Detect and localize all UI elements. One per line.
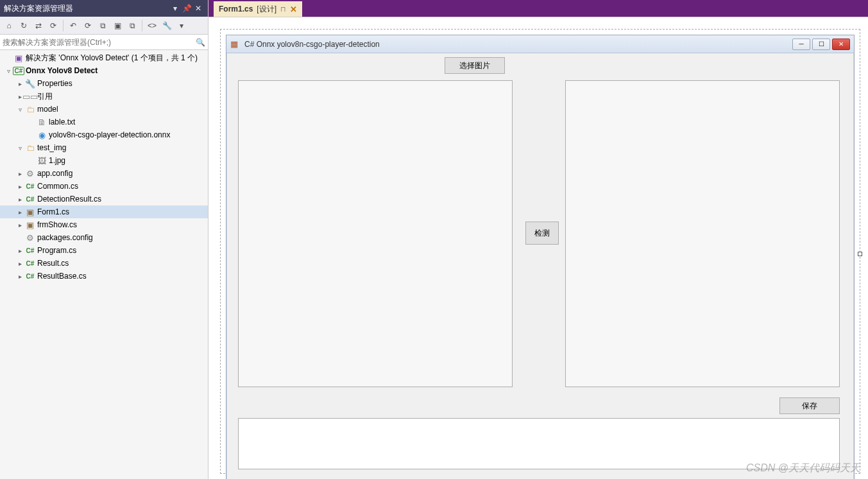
tab-filename: Form1.cs xyxy=(219,4,253,13)
solution-explorer-search[interactable]: 🔍 xyxy=(0,35,208,50)
toolbar-button[interactable]: ⧉ xyxy=(126,19,139,32)
tree-item[interactable]: ▸C#DetectionResult.cs xyxy=(0,193,208,205)
toolbar-separator xyxy=(142,20,142,31)
tree-item[interactable]: ▸▣frmShow.cs xyxy=(0,218,208,231)
expand-icon[interactable]: ▸ xyxy=(15,183,24,190)
tree-item-label: yolov8n-csgo-player-detection.onnx xyxy=(47,130,170,139)
fold-icon: 🗀 xyxy=(24,105,36,114)
output-picture-box[interactable] xyxy=(565,80,840,387)
tree-item[interactable]: ▸C#ResultBase.cs xyxy=(0,270,208,283)
cs-icon: C# xyxy=(24,273,36,280)
toolbar-button[interactable]: ⟳ xyxy=(81,19,94,32)
tree-item-label: lable.txt xyxy=(47,118,75,126)
panel-pin-icon[interactable]: 📌 xyxy=(181,4,192,13)
file-icon: ⚙ xyxy=(24,169,36,179)
tree-item-label: 1.jpg xyxy=(47,156,65,165)
expand-icon[interactable]: ▸ xyxy=(15,273,24,280)
solution-explorer-titlebar[interactable]: 解决方案资源管理器 ▾ 📌 ✕ xyxy=(0,0,208,17)
tree-item[interactable]: ▿C#Onnx Yolov8 Detect xyxy=(0,64,208,77)
tree-item-label: frmShow.cs xyxy=(36,220,77,229)
input-picture-box[interactable] xyxy=(238,80,513,387)
tree-item-label: packages.config xyxy=(36,233,93,242)
resize-handle-right[interactable] xyxy=(858,252,862,256)
toolbar-button[interactable]: ↻ xyxy=(17,19,30,32)
tree-item[interactable]: ▿🗀test_img xyxy=(0,141,208,154)
toolbar-button[interactable]: ⟳ xyxy=(47,19,60,32)
tree-item[interactable]: ▸⚙app.config xyxy=(0,167,208,180)
tree-item[interactable]: ▸C#Common.cs xyxy=(0,180,208,193)
tree-item[interactable]: ⚙packages.config xyxy=(0,231,208,244)
form-client-area: 选择图片 检测 保存 xyxy=(226,53,854,479)
expand-icon[interactable]: ▸ xyxy=(15,247,24,254)
tree-item-label: 引用 xyxy=(36,91,53,102)
select-image-button[interactable]: 选择图片 xyxy=(445,57,505,74)
tree-item-label: ResultBase.cs xyxy=(36,272,87,281)
solution-explorer-panel: 解决方案资源管理器 ▾ 📌 ✕ ⌂↻⇄⟳↶⟳⧉▣⧉<>🔧▾ 🔍 ▣解决方案 'O… xyxy=(0,0,208,479)
tree-item[interactable]: ▿🗀model xyxy=(0,103,208,116)
tree-item-label: test_img xyxy=(36,143,66,152)
toolbar-button[interactable]: 🔧 xyxy=(160,19,173,32)
panel-dropdown-icon[interactable]: ▾ xyxy=(169,4,181,13)
tab-mode: [设计] xyxy=(257,4,277,15)
form-titlebar[interactable]: C# Onnx yolov8n-csgo-player-detection ─ … xyxy=(226,35,854,53)
file-icon: ⚙ xyxy=(24,233,36,243)
tab-form1-design[interactable]: Form1.cs [设计] ⊓ ✕ xyxy=(214,1,302,17)
tab-pin-icon[interactable]: ⊓ xyxy=(280,5,286,13)
toolbar-button[interactable]: ↶ xyxy=(67,19,80,32)
cs-icon: C# xyxy=(24,247,36,254)
globe-icon: ◉ xyxy=(36,130,47,140)
design-surface[interactable]: C# Onnx yolov8n-csgo-player-detection ─ … xyxy=(208,17,868,479)
panel-close-icon[interactable]: ✕ xyxy=(192,4,204,13)
form-icon: ▣ xyxy=(24,220,36,230)
solution-tree[interactable]: ▣解决方案 'Onnx Yolov8 Detect' (1 个项目，共 1 个)… xyxy=(0,50,208,479)
toolbar-button[interactable]: ▣ xyxy=(111,19,124,32)
tree-item[interactable]: 🗎lable.txt xyxy=(0,116,208,128)
solution-explorer-title: 解决方案资源管理器 xyxy=(4,3,73,14)
expand-icon[interactable]: ▿ xyxy=(4,67,13,74)
tree-item-label: Properties xyxy=(36,79,72,88)
tab-close-icon[interactable]: ✕ xyxy=(290,4,297,14)
tree-item-label: 解决方案 'Onnx Yolov8 Detect' (1 个项目，共 1 个) xyxy=(24,53,198,64)
tree-item[interactable]: ▸C#Program.cs xyxy=(0,244,208,257)
tree-item[interactable]: ▣解决方案 'Onnx Yolov8 Detect' (1 个项目，共 1 个) xyxy=(0,51,208,64)
form-close-button[interactable]: ✕ xyxy=(832,39,850,50)
expand-icon[interactable]: ▸ xyxy=(15,196,24,203)
tree-item[interactable]: ▸▭▭引用 xyxy=(0,90,208,103)
expand-icon[interactable]: ▸ xyxy=(15,260,24,267)
toolbar-button[interactable]: ⇄ xyxy=(32,19,45,32)
search-icon[interactable]: 🔍 xyxy=(196,38,205,47)
expand-icon[interactable]: ▸ xyxy=(15,222,24,229)
log-textbox[interactable] xyxy=(238,418,840,469)
expand-icon[interactable]: ▸ xyxy=(15,209,24,216)
expand-icon[interactable]: ▿ xyxy=(15,144,24,152)
file-icon: 🖼 xyxy=(36,156,47,166)
tree-item[interactable]: ▸▣Form1.cs xyxy=(0,205,208,218)
toolbar-button[interactable]: ⌂ xyxy=(3,19,15,32)
form-preview[interactable]: C# Onnx yolov8n-csgo-player-detection ─ … xyxy=(226,35,855,479)
design-canvas-border: C# Onnx yolov8n-csgo-player-detection ─ … xyxy=(220,29,860,474)
expand-icon[interactable]: ▸ xyxy=(15,80,24,87)
detect-button[interactable]: 检测 xyxy=(525,222,559,245)
toolbar-button[interactable]: <> xyxy=(146,19,158,32)
form-minimize-button[interactable]: ─ xyxy=(792,39,810,50)
expand-icon[interactable]: ▸ xyxy=(15,170,24,177)
tree-item[interactable]: ▸C#Result.cs xyxy=(0,257,208,270)
tree-item[interactable]: ◉yolov8n-csgo-player-detection.onnx xyxy=(0,128,208,141)
toolbar-button[interactable]: ▾ xyxy=(175,19,188,32)
tree-item-label: model xyxy=(36,105,58,114)
tree-item[interactable]: 🖼1.jpg xyxy=(0,154,208,167)
save-button[interactable]: 保存 xyxy=(779,397,840,414)
tree-item-label: Program.cs xyxy=(36,246,76,255)
tree-item[interactable]: ▸🔧Properties xyxy=(0,77,208,90)
file-icon: 🗎 xyxy=(36,118,47,127)
search-input[interactable] xyxy=(3,38,196,47)
form-maximize-button[interactable]: ☐ xyxy=(812,39,830,50)
toolbar-button[interactable]: ⧉ xyxy=(96,19,109,32)
form-icon: ▣ xyxy=(24,207,36,217)
expand-icon[interactable]: ▿ xyxy=(15,106,24,113)
proj-icon: C# xyxy=(13,67,24,75)
toolbar-separator xyxy=(63,20,64,31)
wrench-icon: 🔧 xyxy=(24,79,36,89)
cs-icon: C# xyxy=(24,183,36,190)
sln-icon: ▣ xyxy=(13,53,24,63)
